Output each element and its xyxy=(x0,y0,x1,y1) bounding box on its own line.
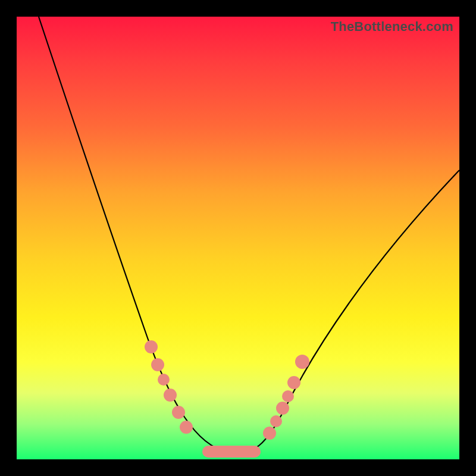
chart-frame: TheBottleneck.com xyxy=(0,0,476,476)
marker-dot xyxy=(282,390,294,402)
marker-dot xyxy=(145,340,158,353)
marker-dot xyxy=(263,427,276,440)
marker-dot xyxy=(180,421,193,434)
marker-dot xyxy=(172,406,185,419)
curve-svg xyxy=(17,17,459,459)
marker-dot xyxy=(270,415,282,427)
marker-dot xyxy=(295,355,309,369)
marker-dot xyxy=(164,389,177,402)
marker-dot xyxy=(151,358,164,371)
marker-dot xyxy=(287,376,300,389)
plot-area: TheBottleneck.com xyxy=(17,17,459,459)
marker-dot xyxy=(158,374,170,386)
marker-dot xyxy=(276,402,289,415)
bottleneck-curve xyxy=(39,17,459,453)
